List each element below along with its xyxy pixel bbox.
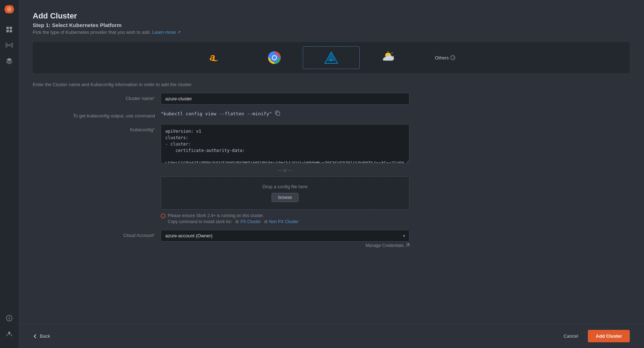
sidebar-user-icon[interactable]: [2, 327, 16, 341]
cloud-account-select-wrapper: azure-account (Owner) ▾: [161, 230, 409, 242]
cluster-name-input[interactable]: [161, 93, 409, 105]
svg-text:i: i: [163, 215, 163, 218]
cloud-account-control: azure-account (Owner) ▾ Manage Credentia…: [161, 230, 409, 248]
kubeconfig-command-label: To get kubeconfig output, use command: [33, 110, 161, 118]
manage-credentials-link[interactable]: Manage Credentials: [366, 243, 409, 248]
back-button[interactable]: Back: [33, 333, 50, 339]
kubeconfig-command-control: "kubectl config view --flatten --minify": [161, 110, 409, 117]
stork-links: Copy command to install stork for: PX Cl…: [168, 219, 298, 224]
kubeconfig-row: Kubeconfig* apiVersion: v1 clusters: - c…: [33, 124, 630, 224]
drop-zone-text: Drop a config file here: [168, 184, 402, 189]
step-title: Step 1: Select Kubernetes Platform: [33, 22, 630, 28]
provider-aws[interactable]: a: [189, 46, 246, 69]
cluster-name-control: [161, 93, 409, 105]
learn-more-link[interactable]: Learn more ↗: [152, 30, 181, 35]
sidebar-grid-icon[interactable]: [2, 22, 16, 37]
sidebar-layers-icon[interactable]: [2, 54, 16, 68]
cloud-account-select[interactable]: azure-account (Owner): [161, 230, 409, 242]
cluster-name-label: Cluster name*: [33, 93, 161, 101]
drop-zone[interactable]: Drop a config file here browse: [161, 176, 409, 210]
svg-point-12: [273, 56, 276, 59]
svg-text:?: ?: [452, 56, 454, 60]
kubeconfig-command-row: To get kubeconfig output, use command "k…: [33, 110, 630, 118]
svg-rect-2: [6, 30, 9, 32]
svg-point-4: [9, 44, 10, 46]
step-desc: Pick the type of Kubernetes provider tha…: [33, 30, 630, 35]
kubeconfig-label: Kubeconfig*: [33, 124, 161, 132]
svg-line-18: [392, 53, 392, 53]
cloud-account-label: Cloud Account*: [33, 230, 161, 238]
browse-button[interactable]: browse: [272, 193, 299, 202]
kubeconfig-command-text: "kubectl config view --flatten --minify": [161, 111, 272, 116]
stork-info: i Please ensure Stork 2.4+ is running on…: [161, 213, 409, 224]
copy-command-icon[interactable]: [275, 110, 280, 117]
provider-eks[interactable]: [360, 46, 417, 69]
non-px-cluster-link[interactable]: Non PX Cluster: [264, 219, 299, 224]
stork-message: Please ensure Stork 2.4+ is running on t…: [168, 213, 298, 218]
main-content: Add Cluster Step 1: Select Kubernetes Pl…: [18, 0, 644, 348]
page-title: Add Cluster: [33, 11, 630, 21]
px-cluster-link[interactable]: PX Cluster: [235, 219, 261, 224]
svg-point-7: [9, 316, 10, 317]
manage-credentials: Manage Credentials: [161, 243, 409, 248]
form-desc: Enter the Cluster name and Kubeconfig in…: [33, 82, 630, 87]
or-divider: — or —: [161, 168, 409, 173]
svg-text:▲: ▲: [329, 57, 333, 62]
sidebar-antenna-icon[interactable]: [2, 38, 16, 52]
logo-icon[interactable]: [4, 4, 14, 15]
sidebar-info-icon[interactable]: [2, 311, 16, 325]
provider-gke[interactable]: [246, 46, 303, 69]
svg-rect-6: [9, 317, 10, 320]
footer: Back Cancel Add Cluster: [18, 324, 644, 348]
provider-aks[interactable]: ▲: [303, 46, 360, 69]
kubeconfig-textarea[interactable]: apiVersion: v1 clusters: - cluster: cert…: [161, 124, 409, 163]
svg-rect-3: [10, 30, 12, 32]
add-cluster-button[interactable]: Add Cluster: [588, 330, 630, 342]
svg-point-8: [8, 332, 10, 334]
provider-others[interactable]: Others ?: [417, 46, 473, 69]
svg-rect-22: [277, 112, 280, 115]
svg-point-25: [235, 220, 239, 223]
stork-info-icon: i: [161, 213, 166, 220]
cluster-name-row: Cluster name*: [33, 93, 630, 105]
provider-selector: a ▲: [33, 42, 630, 73]
svg-rect-1: [10, 27, 12, 29]
svg-rect-0: [6, 27, 9, 29]
cancel-button[interactable]: Cancel: [558, 331, 584, 342]
kubeconfig-control: apiVersion: v1 clusters: - cluster: cert…: [161, 124, 409, 224]
svg-point-26: [264, 220, 268, 223]
footer-right: Cancel Add Cluster: [558, 330, 630, 342]
sidebar: [0, 0, 18, 348]
cloud-account-row: Cloud Account* azure-account (Owner) ▾ M…: [33, 230, 630, 248]
step-section: Step 1: Select Kubernetes Platform Pick …: [33, 22, 630, 42]
